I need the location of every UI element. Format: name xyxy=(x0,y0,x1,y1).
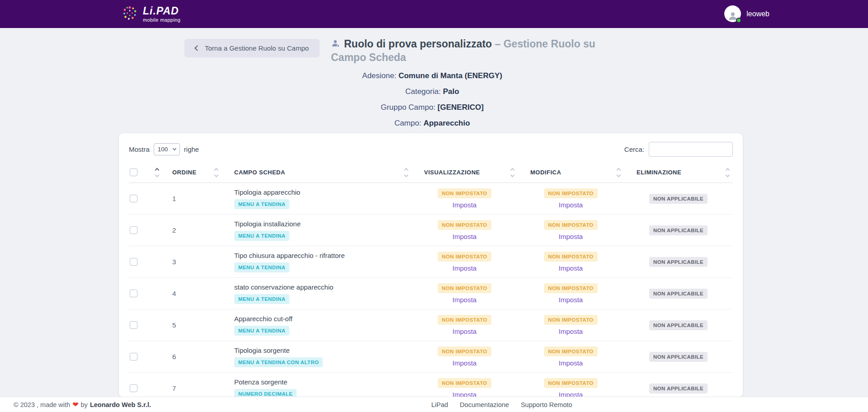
modifica-imposta-link[interactable]: Imposta xyxy=(559,233,583,240)
rows-per-page-select[interactable]: 100 xyxy=(154,143,180,155)
row-tipo-badge: MENU A TENDINA xyxy=(234,262,289,272)
visualizzazione-imposta-link[interactable]: Imposta xyxy=(453,359,476,367)
company-name: Leonardo Web S.r.l. xyxy=(90,401,151,408)
page-title: Ruolo di prova personalizzato – Gestione… xyxy=(331,37,629,64)
logo-title: Li.PAD xyxy=(143,6,179,16)
user-menu[interactable]: leoweb xyxy=(724,5,769,22)
modifica-status-badge: NON IMPOSTATO xyxy=(544,346,597,356)
row-checkbox[interactable] xyxy=(130,195,137,202)
sort-icons[interactable] xyxy=(511,169,514,177)
visualizzazione-status-badge: NON IMPOSTATO xyxy=(438,252,491,262)
visualizzazione-imposta-link[interactable]: Imposta xyxy=(453,233,476,240)
modifica-status-badge: NON IMPOSTATO xyxy=(544,252,597,262)
sort-icons[interactable] xyxy=(617,169,620,177)
row-checkbox[interactable] xyxy=(130,384,137,392)
page-title-main: Ruolo di prova personalizzato xyxy=(344,38,492,50)
visualizzazione-imposta-link[interactable]: Imposta xyxy=(453,264,476,272)
heart-icon: ❤ xyxy=(72,400,78,409)
visualizzazione-status-badge: NON IMPOSTATO xyxy=(438,283,491,293)
username: leoweb xyxy=(746,10,769,18)
row-campo-name: stato conservazione apparecchio xyxy=(234,283,333,291)
modifica-imposta-link[interactable]: Imposta xyxy=(559,359,583,367)
avatar xyxy=(724,5,741,22)
modifica-status-badge: NON IMPOSTATO xyxy=(544,378,597,388)
select-all-checkbox[interactable] xyxy=(130,169,137,176)
eliminazione-status-badge: NON APPLICABILE xyxy=(649,225,708,235)
row-checkbox[interactable] xyxy=(130,226,137,234)
row-campo-name: Apparecchio cut-off xyxy=(234,315,292,323)
modifica-imposta-link[interactable]: Imposta xyxy=(559,328,583,335)
footer-link-documentazione[interactable]: Documentazione xyxy=(460,401,509,408)
modifica-status-badge: NON IMPOSTATO xyxy=(544,188,597,198)
row-ordine: 1 xyxy=(165,195,222,202)
eliminazione-status-badge: NON APPLICABILE xyxy=(649,320,708,330)
visualizzazione-imposta-link[interactable]: Imposta xyxy=(453,391,476,397)
visualizzazione-status-badge: NON IMPOSTATO xyxy=(438,220,491,230)
row-campo-name: Tipologia apparecchio xyxy=(234,188,300,196)
role-icon xyxy=(331,39,340,48)
back-button-label: Torna a Gestione Ruolo su Campo xyxy=(205,44,309,52)
sort-icons[interactable] xyxy=(215,169,218,177)
row-ordine: 5 xyxy=(165,321,222,329)
modifica-status-badge: NON IMPOSTATO xyxy=(544,220,597,230)
modifica-imposta-link[interactable]: Imposta xyxy=(559,201,583,209)
column-header-visualizzazione: VISUALIZZAZIONE xyxy=(411,162,518,183)
visualizzazione-status-badge: NON IMPOSTATO xyxy=(438,188,491,198)
row-ordine: 4 xyxy=(165,290,222,297)
table-row: 5 Apparecchio cut-off MENU A TENDINA NON… xyxy=(129,309,733,341)
rows-per-page-label: Mostra xyxy=(129,145,150,153)
footer-link-lipad[interactable]: LiPad xyxy=(431,401,448,408)
eliminazione-status-badge: NON APPLICABILE xyxy=(649,289,708,299)
table-row: 3 Tipo chiusura apparecchio - rifrattore… xyxy=(129,246,733,278)
row-campo-name: Tipologia installazione xyxy=(234,220,301,228)
rows-label: righe xyxy=(184,145,199,153)
modifica-imposta-link[interactable]: Imposta xyxy=(559,391,583,397)
table-row: 7 Potenza sorgente NUMERO DECIMALE NON I… xyxy=(129,373,733,397)
row-campo-name: Tipo chiusura apparecchio - rifrattore xyxy=(234,252,345,259)
visualizzazione-imposta-link[interactable]: Imposta xyxy=(453,296,476,304)
table-controls: Mostra 100 righe Cerca: xyxy=(129,142,733,156)
info-gruppo-campo: Gruppo Campo: [GENERICO] xyxy=(0,99,864,115)
row-checkbox[interactable] xyxy=(130,258,137,266)
sort-icons[interactable] xyxy=(405,169,408,177)
row-tipo-badge: MENU A TENDINA xyxy=(234,294,289,304)
row-tipo-badge: NUMERO DECIMALE xyxy=(234,389,297,398)
column-header-eliminazione: ELIMINAZIONE xyxy=(624,162,733,183)
row-checkbox[interactable] xyxy=(130,353,137,360)
table-header-row: ORDINE CAMPO SCHEDA VISUALIZZAZIONE MODI… xyxy=(129,162,733,183)
footer: © 2023 , made with ❤ by Leonardo Web S.r… xyxy=(0,397,868,412)
logo-subtitle: mobile mapping xyxy=(143,18,180,23)
row-ordine: 7 xyxy=(165,384,222,392)
visualizzazione-status-badge: NON IMPOSTATO xyxy=(438,315,491,325)
modifica-imposta-link[interactable]: Imposta xyxy=(559,296,583,304)
visualizzazione-imposta-link[interactable]: Imposta xyxy=(453,201,476,209)
row-tipo-badge: MENU A TENDINA xyxy=(234,231,289,241)
footer-link-supporto-remoto[interactable]: Supporto Remoto xyxy=(521,401,572,408)
row-tipo-badge: MENU A TENDINA CON ALTRO xyxy=(234,357,323,367)
back-button[interactable]: Torna a Gestione Ruolo su Campo xyxy=(184,39,320,57)
modifica-status-badge: NON IMPOSTATO xyxy=(544,283,597,293)
visualizzazione-status-badge: NON IMPOSTATO xyxy=(438,378,491,388)
column-header-modifica: MODIFICA xyxy=(518,162,624,183)
sort-icons[interactable] xyxy=(726,169,729,177)
table-row: 4 stato conservazione apparecchio MENU A… xyxy=(129,278,733,309)
row-checkbox[interactable] xyxy=(130,290,137,297)
table-row: 2 Tipologia installazione MENU A TENDINA… xyxy=(129,215,733,246)
info-categoria: Categoria: Palo xyxy=(0,84,864,99)
footer-links: LiPad Documentazione Supporto Remoto xyxy=(431,397,572,412)
row-campo-name: Tipologia sorgente xyxy=(234,346,290,354)
table-body: 1 Tipologia apparecchio MENU A TENDINA N… xyxy=(129,183,733,397)
info-campo: Campo: Apparecchio xyxy=(0,115,864,131)
row-ordine: 6 xyxy=(165,353,222,360)
info-adesione: Adesione: Comune di Manta (ENERGY) xyxy=(0,68,864,84)
visualizzazione-imposta-link[interactable]: Imposta xyxy=(453,328,476,335)
eliminazione-status-badge: NON APPLICABILE xyxy=(649,194,708,204)
lipad-logo[interactable]: Li.PAD mobile mapping xyxy=(120,4,180,24)
modifica-imposta-link[interactable]: Imposta xyxy=(559,264,583,272)
sort-icons[interactable] xyxy=(156,169,159,177)
column-header-campo-scheda: CAMPO SCHEDA xyxy=(222,162,411,183)
online-status-dot xyxy=(736,18,741,23)
row-checkbox[interactable] xyxy=(130,321,137,329)
search-input[interactable] xyxy=(649,142,733,157)
context-info: Adesione: Comune di Manta (ENERGY) Categ… xyxy=(0,68,864,131)
